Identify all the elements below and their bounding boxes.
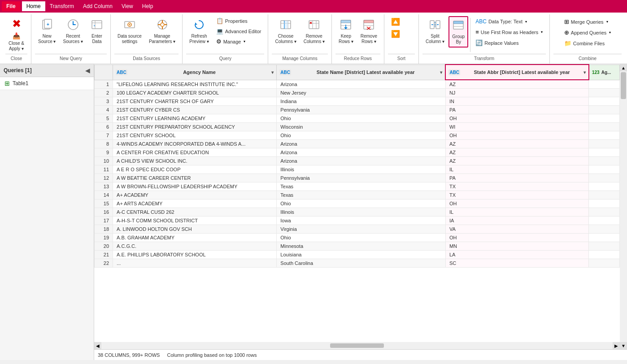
svg-text:+: +: [47, 22, 49, 27]
close-apply-button[interactable]: ✖📥 Close &Apply ▾: [5, 16, 27, 54]
table-row[interactable]: 421ST CENTURY CYBER CSPennsylvaniaPA: [95, 106, 620, 114]
sort-asc-button[interactable]: 🔼: [388, 16, 415, 27]
table-row[interactable]: 17A-H-S-T COMM SCHOOL DISTRICTIowaIA: [95, 217, 620, 225]
hscroll-right-button[interactable]: ▶: [613, 342, 620, 349]
properties-icon: 📋: [216, 17, 223, 24]
state-header[interactable]: ABC State Name [District] Latest availab…: [277, 65, 446, 80]
menu-transform[interactable]: Transform: [45, 1, 78, 11]
table-body: 1"LIFELONG LEARNING RESEARCH INSTITUTE I…: [95, 80, 620, 268]
data-cell: Minnesota: [277, 242, 446, 251]
table-row[interactable]: 15A+ ARTS ACADEMYOhioOH: [95, 199, 620, 208]
table-row[interactable]: 721ST CENTURY SCHOOLOhioOH: [95, 131, 620, 140]
table-row[interactable]: 84-WINDS ACADEMY INCORPORATED DBA 4-WIND…: [95, 140, 620, 148]
data-table: ABC Agency Name ▾ ABC State Name [Distri…: [94, 64, 620, 268]
data-cell: AZ: [445, 140, 589, 148]
merge-queries-button[interactable]: ⊞ Merge Queries: [561, 17, 614, 26]
extra-data-cell: [589, 208, 620, 217]
row-number-cell: 15: [95, 199, 113, 208]
vscroll-thumb[interactable]: [621, 72, 626, 99]
table-row[interactable]: 22...South CarolinaSC: [95, 259, 620, 268]
split-column-button[interactable]: SplitColumn ▾: [422, 16, 448, 47]
state-abbr-header[interactable]: ABC State Abbr [District] Latest availab…: [445, 65, 589, 80]
data-cell: Ohio: [277, 131, 446, 140]
file-menu[interactable]: File: [2, 1, 20, 11]
data-type-button[interactable]: ABC Data Type: Text: [472, 17, 546, 26]
menu-home[interactable]: Home: [22, 1, 45, 11]
use-first-row-button[interactable]: ≡ Use First Row as Headers: [472, 27, 546, 37]
extra-data-cell: [589, 217, 620, 225]
replace-values-button[interactable]: 🔄 Replace Values: [472, 38, 546, 48]
menu-help[interactable]: Help: [138, 1, 158, 11]
state-col-name: State Name [District] Latest available y…: [293, 69, 438, 75]
ribbon-group-transform: SplitColumn ▾ GroupBy ABC Data Type: Tex…: [419, 14, 550, 64]
extra-data-cell: [589, 191, 620, 199]
data-cell: A. LINWOOD HOLTON GOV SCH: [113, 225, 277, 234]
hscroll-left-button[interactable]: ◀: [94, 342, 101, 349]
data-cell: Ohio: [277, 199, 446, 208]
vscroll-track[interactable]: [620, 71, 627, 342]
hscroll-track[interactable]: [101, 342, 613, 349]
new-source-button[interactable]: + NewSource ▾: [35, 16, 59, 47]
vscroll-up-button[interactable]: ▲: [620, 64, 627, 71]
keep-rows-button[interactable]: KeepRows ▾: [335, 16, 357, 47]
state-filter-icon[interactable]: ▾: [440, 70, 442, 75]
sort-desc-button[interactable]: 🔽: [388, 28, 415, 39]
table-row[interactable]: 321ST CENTURY CHARTER SCH OF GARYIndiana…: [95, 97, 620, 106]
queries-collapse-button[interactable]: ◀: [85, 67, 90, 74]
extra-data-cell: [589, 80, 620, 89]
state-abbr-filter-icon[interactable]: ▾: [583, 70, 586, 75]
row-num-header: [95, 65, 113, 80]
newquery-group-label: New Query: [35, 54, 107, 62]
data-source-settings-button[interactable]: Data sourcesettings: [114, 16, 145, 47]
agency-filter-icon[interactable]: ▾: [271, 70, 274, 75]
extra-data-cell: [589, 234, 620, 242]
row-number-cell: 2: [95, 89, 113, 97]
table-row[interactable]: 9A CENTER FOR CREATIVE EDUCATIONArizonaA…: [95, 148, 620, 157]
data-cell: A+ ACADEMY: [113, 191, 277, 199]
combine-files-button[interactable]: 📁 Combine Files: [561, 39, 614, 48]
table-row[interactable]: 21A.E. PHILLIPS LABORATORY SCHOOLLouisia…: [95, 251, 620, 259]
table-row[interactable]: 18A. LINWOOD HOLTON GOV SCHVirginiaVA: [95, 225, 620, 234]
remove-rows-button[interactable]: RemoveRows ▾: [357, 16, 380, 47]
table-row[interactable]: 2100 LEGACY ACADEMY CHARTER SCHOOLNew Je…: [95, 89, 620, 97]
manage-button[interactable]: ⚙ Manage: [213, 37, 265, 46]
table-row[interactable]: 621ST CENTURY PREPARATORY SCHOOL AGENCYW…: [95, 123, 620, 131]
enter-data-button[interactable]: + EnterData: [87, 16, 107, 47]
table-row[interactable]: 12A W BEATTIE CAREER CENTERPennsylvaniaP…: [95, 174, 620, 182]
table-row[interactable]: 10A CHILD'S VIEW SCHOOL INC.ArizonaAZ: [95, 157, 620, 165]
menu-view[interactable]: View: [117, 1, 138, 11]
agency-header[interactable]: ABC Agency Name ▾: [113, 65, 277, 80]
recent-sources-button[interactable]: RecentSources ▾: [60, 16, 86, 47]
manage-parameters-button[interactable]: ManageParameters ▾: [146, 16, 179, 47]
table-row[interactable]: 13A W BROWN-FELLOWSHIP LEADERSHIP ACADEM…: [95, 182, 620, 191]
advanced-editor-button[interactable]: 💻 Advanced Editor: [213, 26, 265, 36]
group-by-button[interactable]: GroupBy: [448, 16, 468, 48]
queries-header: Queries [1] ◀: [0, 64, 94, 77]
row-number-cell: 13: [95, 182, 113, 191]
table-row[interactable]: 14A+ ACADEMYTexasTX: [95, 191, 620, 199]
menu-addcolumn[interactable]: Add Column: [78, 1, 117, 11]
status-bar: 38 COLUMNS, 999+ ROWS Column profiling b…: [94, 349, 627, 360]
table-row[interactable]: 20A.C.G.C.MinnesotaMN: [95, 242, 620, 251]
refresh-preview-button[interactable]: RefreshPreview ▾: [186, 16, 212, 47]
choose-columns-button[interactable]: ChooseColumns ▾: [272, 16, 299, 47]
table-row[interactable]: 1"LIFELONG LEARNING RESEARCH INSTITUTE I…: [95, 80, 620, 89]
choose-columns-icon: [279, 18, 292, 33]
header-row: ABC Agency Name ▾ ABC State Name [Distri…: [95, 65, 620, 80]
hscroll-thumb[interactable]: [330, 343, 384, 348]
data-cell: Indiana: [277, 97, 446, 106]
remove-columns-button[interactable]: RemoveColumns ▾: [300, 16, 328, 47]
properties-button[interactable]: 📋 Properties: [213, 16, 265, 26]
table-row[interactable]: 11A E R O SPEC EDUC COOPIllinoisIL: [95, 165, 620, 174]
data-table-container[interactable]: ABC Agency Name ▾ ABC State Name [Distri…: [94, 64, 620, 342]
extra-col-header[interactable]: 123 Ag...: [589, 65, 620, 80]
row-number-cell: 12: [95, 174, 113, 182]
data-cell: AZ: [445, 80, 589, 89]
table-row[interactable]: 16A-C CENTRAL CUSD 262IllinoisIL: [95, 208, 620, 217]
append-queries-button[interactable]: ⊕ Append Queries: [561, 28, 614, 37]
table-row[interactable]: 521ST CENTURY LEARNING ACADEMYOhioOH: [95, 114, 620, 123]
query-item-table1[interactable]: ⊞ Table1: [0, 77, 94, 90]
refresh-preview-label: RefreshPreview ▾: [189, 34, 209, 44]
table-row[interactable]: 19A.B. GRAHAM ACADEMYOhioOH: [95, 234, 620, 242]
vscroll-down-button[interactable]: ▼: [620, 342, 627, 349]
